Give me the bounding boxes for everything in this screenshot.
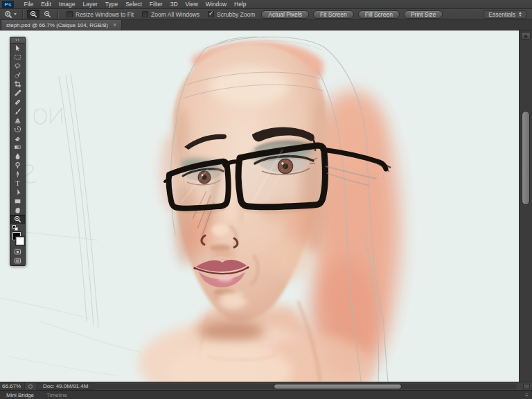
tool-blur-button[interactable] <box>10 152 25 161</box>
canvas-artwork[interactable] <box>0 30 519 382</box>
checkbox-label: Zoom All Windows <box>151 11 200 18</box>
tool-brush-button[interactable] <box>10 107 25 116</box>
menu-item[interactable]: Select <box>122 1 146 8</box>
screen-mode-icon <box>14 257 21 265</box>
menu-item[interactable]: File <box>20 1 37 8</box>
zoom-icon <box>14 215 21 223</box>
tool-spot-healing-brush-button[interactable] <box>10 98 25 107</box>
options-bar: Resize Windows to Fit Zoom All Windows S… <box>0 9 532 20</box>
quick-mask-button[interactable] <box>10 247 25 256</box>
svg-text:T: T <box>15 179 19 187</box>
default-colors-icon[interactable] <box>12 224 25 231</box>
tool-path-selection-button[interactable] <box>10 188 25 197</box>
horizontal-scrollbar-thumb[interactable] <box>274 384 402 389</box>
menu-item[interactable]: Edit <box>37 1 55 8</box>
menu-item[interactable]: View <box>181 1 202 8</box>
close-tab-icon[interactable]: × <box>113 22 116 28</box>
checkbox-label: Resize Windows to Fit <box>76 11 134 18</box>
tool-crop-button[interactable] <box>10 80 25 89</box>
collapse-panel-icon[interactable]: ‹‹ <box>10 37 25 44</box>
tool-move-button[interactable] <box>10 44 25 53</box>
document-tab-bar: steph.psd @ 66.7% (Calque 104, RGB/8) × <box>0 20 532 30</box>
clone-stamp-icon <box>14 116 21 124</box>
tool-rectangular-marquee-button[interactable] <box>10 53 25 62</box>
path-selection-icon <box>14 188 21 196</box>
checkbox-box[interactable] <box>142 11 148 17</box>
doc-size-field: Doc: 49.0M/91.4M <box>36 383 95 390</box>
tool-history-brush-button[interactable] <box>10 125 25 134</box>
gradient-icon <box>14 143 21 151</box>
blur-icon <box>14 152 21 160</box>
tool-eyedropper-button[interactable] <box>10 89 25 98</box>
options-button[interactable]: Fit Screen <box>313 10 354 19</box>
brush-icon <box>14 107 21 115</box>
tool-eraser-button[interactable] <box>10 134 25 143</box>
zoom-level-field[interactable]: 66.67% <box>0 382 25 390</box>
option-checkbox[interactable]: Scrubby Zoom <box>208 11 255 18</box>
tab-mini-bridge[interactable]: Mini Bridge <box>0 392 40 398</box>
tool-lasso-button[interactable] <box>10 62 25 71</box>
checkbox-label: Scrubby Zoom <box>217 11 255 18</box>
document-tab[interactable]: steph.psd @ 66.7% (Calque 104, RGB/8) × <box>1 20 122 30</box>
active-tool-preview[interactable] <box>3 10 18 19</box>
pen-icon <box>14 170 21 178</box>
menu-item[interactable]: Help <box>231 1 250 8</box>
rectangle-icon <box>14 197 21 205</box>
tool-clone-stamp-button[interactable] <box>10 116 25 125</box>
tool-hand-button[interactable] <box>10 206 25 215</box>
tool-rectangle-button[interactable] <box>10 197 25 206</box>
panel-menu-icon[interactable]: ≡ <box>525 392 529 398</box>
menu-item[interactable]: 3D <box>166 1 181 8</box>
options-button[interactable]: Fill Screen <box>358 10 400 19</box>
options-button[interactable]: Actual Pixels <box>261 10 309 19</box>
crop-icon <box>14 80 21 88</box>
tool-zoom-button[interactable] <box>10 215 25 224</box>
photoshop-window: Ps FileEditImageLayerTypeSelectFilter3DV… <box>0 0 532 399</box>
workspace-arrows-icon <box>519 12 522 17</box>
tool-horizontal-type-button[interactable]: T <box>10 179 25 188</box>
tool-pen-button[interactable] <box>10 170 25 179</box>
ps-logo-icon[interactable]: Ps <box>2 1 14 8</box>
checkbox-box[interactable] <box>66 11 73 17</box>
status-bar: 66.67% Doc: 49.0M/91.4M <box>0 382 532 390</box>
zoom-level-value: 66.67% <box>2 383 21 389</box>
background-color-swatch[interactable] <box>16 237 24 245</box>
tool-dodge-button[interactable] <box>10 161 25 170</box>
menu-item[interactable]: Image <box>55 1 79 8</box>
vertical-scrollbar[interactable] <box>519 30 532 382</box>
options-button[interactable]: Print Size <box>404 10 443 19</box>
option-checkbox[interactable]: Resize Windows to Fit <box>66 11 134 18</box>
zoom-in-button[interactable] <box>27 10 39 19</box>
tab-timeline[interactable]: Timeline <box>40 392 73 398</box>
workspace-label: Essentials <box>488 11 515 18</box>
vertical-scrollbar-thumb[interactable] <box>522 111 530 205</box>
scrollbar-top-button[interactable] <box>521 32 531 39</box>
tools-panel: ‹‹ <box>10 37 26 266</box>
menu-item[interactable]: Type <box>101 1 121 8</box>
eraser-icon <box>14 134 21 142</box>
menu-item[interactable]: Filter <box>145 1 166 8</box>
color-swatches <box>10 231 25 247</box>
horizontal-type-icon: T <box>14 179 21 187</box>
lasso-icon <box>14 62 21 70</box>
canvas-area: ‹‹ <box>0 30 532 382</box>
dodge-icon <box>14 161 21 169</box>
screen-mode-button[interactable] <box>10 256 25 265</box>
option-checkbox[interactable]: Zoom All Windows <box>142 11 200 18</box>
menu-bar: Ps FileEditImageLayerTypeSelectFilter3DV… <box>0 0 532 9</box>
menu-item[interactable]: Window <box>202 1 230 8</box>
hand-icon <box>14 206 21 214</box>
zoom-out-button[interactable] <box>41 10 53 19</box>
tool-quick-selection-button[interactable] <box>10 71 25 80</box>
history-brush-icon <box>14 125 21 133</box>
separator <box>57 10 58 19</box>
spot-healing-brush-icon <box>14 98 21 106</box>
dropdown-caret-icon <box>14 13 17 15</box>
status-icon <box>28 384 33 389</box>
zoom-in-icon <box>30 10 37 18</box>
document-tab-title: steph.psd @ 66.7% (Calque 104, RGB/8) <box>6 22 108 28</box>
workspace-switcher[interactable]: Essentials <box>484 10 526 19</box>
menu-item[interactable]: Layer <box>79 1 101 8</box>
checkbox-box[interactable] <box>208 11 214 17</box>
tool-gradient-button[interactable] <box>10 143 25 152</box>
